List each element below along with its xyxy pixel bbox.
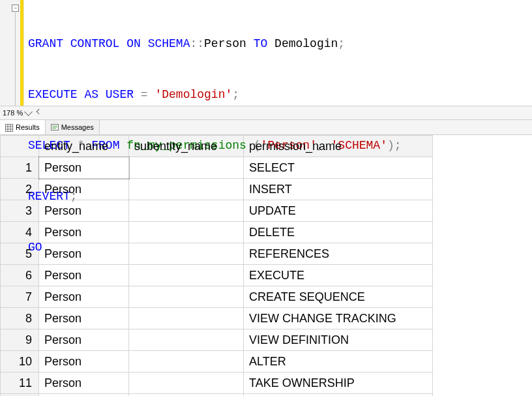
sql-editor[interactable]: − GRANT CONTROL ON SCHEMA::Person TO Dem… xyxy=(0,0,532,106)
tab-messages-label: Messages xyxy=(61,123,94,131)
cell-subentity-name[interactable] xyxy=(129,373,244,394)
scroll-left-icon[interactable] xyxy=(35,110,42,116)
tab-messages[interactable]: Messages xyxy=(46,120,100,134)
code-line[interactable]: GRANT CONTROL ON SCHEMA::Person TO Demol… xyxy=(28,35,402,52)
cell-entity-name[interactable]: Person xyxy=(39,373,129,394)
zoom-value[interactable]: 178 % xyxy=(3,109,23,117)
row-number[interactable]: 12 xyxy=(1,394,39,397)
row-number[interactable]: 11 xyxy=(1,373,39,394)
messages-icon xyxy=(51,123,59,131)
cell-subentity-name[interactable] xyxy=(129,351,244,373)
code-line[interactable]: REVERT; xyxy=(28,188,402,205)
tab-results[interactable]: Results xyxy=(0,120,46,134)
fold-guide xyxy=(15,11,16,106)
tab-results-label: Results xyxy=(16,123,40,131)
cell-entity-name[interactable]: Person xyxy=(39,351,129,373)
cell-subentity-name[interactable] xyxy=(129,394,244,397)
row-number[interactable]: 8 xyxy=(1,308,39,329)
cell-subentity-name[interactable] xyxy=(129,308,244,329)
table-row[interactable]: 9PersonVIEW DEFINITION xyxy=(1,329,433,351)
row-number[interactable]: 10 xyxy=(1,351,39,373)
cell-entity-name[interactable]: Person xyxy=(39,308,129,329)
change-marker xyxy=(20,0,23,106)
code-text[interactable]: GRANT CONTROL ON SCHEMA::Person TO Demol… xyxy=(24,0,402,106)
results-grid-icon xyxy=(5,123,13,131)
editor-gutter: − xyxy=(0,0,24,106)
table-row[interactable]: 10PersonALTER xyxy=(1,351,433,373)
table-row[interactable]: 8PersonVIEW CHANGE TRACKING xyxy=(1,308,433,329)
code-line[interactable]: EXECUTE AS USER = 'Demologin'; xyxy=(28,86,402,103)
table-row[interactable]: 12PersonCONTROL xyxy=(1,394,433,397)
svg-rect-0 xyxy=(6,124,13,131)
cell-permission-name[interactable]: VIEW DEFINITION xyxy=(244,329,433,351)
code-line[interactable]: GO xyxy=(28,239,402,256)
cell-entity-name[interactable]: Person xyxy=(39,329,129,351)
cell-entity-name[interactable]: Person xyxy=(39,394,129,397)
cell-permission-name[interactable]: TAKE OWNERSHIP xyxy=(244,373,433,394)
cell-permission-name[interactable]: VIEW CHANGE TRACKING xyxy=(244,308,433,329)
cell-permission-name[interactable]: ALTER xyxy=(244,351,433,373)
cell-subentity-name[interactable] xyxy=(129,329,244,351)
table-row[interactable]: 11PersonTAKE OWNERSHIP xyxy=(1,373,433,394)
row-number[interactable]: 9 xyxy=(1,329,39,351)
cell-permission-name[interactable]: CONTROL xyxy=(244,394,433,397)
